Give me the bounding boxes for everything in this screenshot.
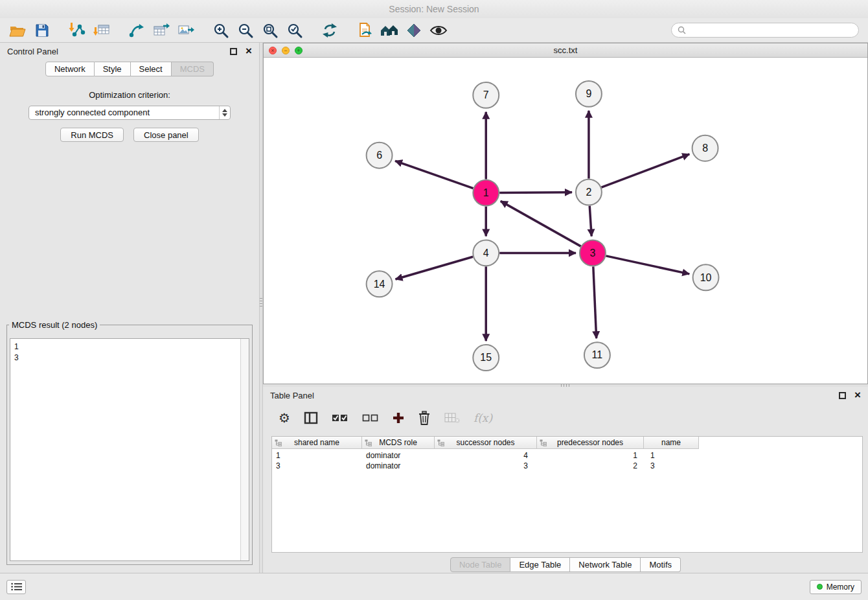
network-canvas[interactable]: 7968124314101511	[264, 58, 867, 384]
select-all-button[interactable]	[332, 413, 348, 423]
task-history-button[interactable]	[6, 580, 26, 594]
zoom-fit-button[interactable]	[258, 20, 282, 41]
graph-edge-1-2[interactable]	[499, 192, 572, 193]
zoom-selected-icon	[286, 22, 303, 39]
graph-node-label: 10	[700, 272, 712, 283]
graph-node-15[interactable]: 15	[473, 345, 499, 371]
tab-motifs[interactable]: Motifs	[641, 557, 681, 572]
table-settings-button[interactable]: ⚙	[279, 411, 290, 424]
save-session-button[interactable]	[30, 20, 54, 41]
zoom-in-button[interactable]	[209, 20, 233, 41]
network-view-window: × − + scc.txt 7968124314101511	[263, 43, 868, 384]
import-network-button[interactable]	[65, 20, 89, 41]
export-document-button[interactable]	[352, 20, 377, 41]
graph-node-8[interactable]: 8	[692, 135, 718, 161]
show-graphics-button[interactable]	[426, 20, 451, 41]
apply-style-button[interactable]	[402, 20, 426, 41]
graph-node-label: 7	[483, 89, 489, 100]
column-header-mcds-role[interactable]: MCDS role	[362, 437, 435, 449]
tab-style[interactable]: Style	[95, 62, 131, 76]
column-header-predecessor-nodes[interactable]: predecessor nodes	[537, 437, 644, 449]
network-window-titlebar: × − + scc.txt	[264, 43, 867, 58]
column-label: name	[661, 438, 681, 447]
select-stepper-icon	[219, 106, 230, 119]
graph-edge-2-3[interactable]	[589, 206, 591, 237]
table-panel-header: Table Panel ×	[263, 387, 868, 404]
criterion-select[interactable]: strongly connected component	[29, 106, 231, 120]
graph-node-7[interactable]: 7	[473, 82, 499, 108]
graph-edge-3-10[interactable]	[606, 256, 689, 274]
tab-network-table[interactable]: Network Table	[570, 557, 641, 572]
float-panel-icon[interactable]	[839, 392, 846, 399]
run-mcds-button[interactable]: Run MCDS	[60, 128, 124, 142]
export-network-button[interactable]	[124, 20, 149, 41]
graph-node-10[interactable]: 10	[693, 264, 719, 290]
graph-node-label: 1	[483, 187, 489, 198]
column-header-shared-name[interactable]: shared name	[272, 437, 362, 449]
export-image-button[interactable]	[174, 20, 198, 41]
tab-mcds[interactable]: MCDS	[172, 62, 214, 76]
graph-node-label: 6	[376, 150, 382, 161]
graph-node-3[interactable]: 3	[580, 240, 606, 266]
column-sort-icon	[365, 439, 372, 446]
deselect-all-button[interactable]	[362, 413, 379, 423]
refresh-icon	[321, 22, 338, 39]
graph-node-label: 3	[589, 248, 595, 259]
traffic-lights: × − +	[269, 47, 303, 54]
graph-edge-3-1[interactable]	[501, 201, 581, 246]
table-row[interactable]: 1dominator411	[272, 450, 862, 461]
export-table-icon	[153, 22, 170, 39]
column-header-name[interactable]: name	[644, 437, 699, 449]
zoom-selected-button[interactable]	[282, 20, 307, 41]
graph-edge-1-6[interactable]	[395, 161, 473, 188]
graph-edge-3-11[interactable]	[593, 266, 597, 338]
close-window-icon[interactable]: ×	[269, 47, 277, 54]
graph-node-6[interactable]: 6	[367, 143, 393, 168]
float-panel-icon[interactable]	[230, 48, 237, 55]
graph-node-11[interactable]: 11	[584, 342, 610, 368]
add-column-button[interactable]	[393, 412, 404, 424]
graph-edge-2-8[interactable]	[601, 154, 689, 187]
graph-node-14[interactable]: 14	[367, 271, 393, 297]
fx-icon: f(x)	[474, 411, 492, 424]
search-input[interactable]	[689, 25, 852, 35]
tab-network[interactable]: Network	[45, 62, 95, 76]
import-table-button[interactable]	[89, 20, 114, 41]
graph-node-4[interactable]: 4	[473, 240, 499, 266]
unchecked-boxes-icon	[362, 413, 379, 423]
node-table-header: shared name MCDS role	[272, 437, 862, 449]
column-header-successor-nodes[interactable]: successor nodes	[435, 437, 537, 449]
network-graph[interactable]: 7968124314101511	[264, 58, 867, 384]
control-panel-header: Control Panel ×	[0, 43, 259, 60]
toolbar-search[interactable]	[671, 23, 859, 38]
function-builder-button: f(x)	[474, 411, 492, 424]
close-panel-icon[interactable]: ×	[854, 391, 861, 399]
network-window-title: scc.txt	[264, 43, 867, 58]
open-session-button[interactable]	[5, 20, 30, 41]
close-panel-icon[interactable]: ×	[246, 47, 252, 55]
tab-select[interactable]: Select	[131, 62, 172, 76]
export-table-button[interactable]	[149, 20, 174, 41]
network-home-button[interactable]	[377, 20, 402, 41]
close-panel-button[interactable]: Close panel	[133, 128, 199, 142]
plus-icon	[393, 412, 404, 424]
table-cell: 2	[537, 461, 644, 470]
application-window: Session: New Session	[0, 0, 868, 600]
table-toolbar: ⚙	[263, 405, 868, 431]
delete-column-button[interactable]	[418, 411, 431, 425]
maximize-window-icon[interactable]: +	[295, 47, 303, 54]
result-scrollbar[interactable]	[240, 339, 249, 560]
minimize-window-icon[interactable]: −	[282, 47, 290, 54]
show-columns-button[interactable]	[304, 411, 318, 424]
tab-node-table[interactable]: Node Table	[450, 557, 511, 572]
tab-edge-table[interactable]: Edge Table	[510, 557, 570, 572]
graph-edge-4-14[interactable]	[396, 257, 474, 279]
zoom-out-button[interactable]	[233, 20, 258, 41]
memory-button[interactable]: Memory	[810, 580, 862, 594]
graph-node-2[interactable]: 2	[576, 179, 602, 205]
graph-node-9[interactable]: 9	[576, 81, 602, 107]
refresh-view-button[interactable]	[317, 20, 342, 41]
table-row[interactable]: 3dominator323	[272, 461, 862, 471]
column-sort-icon	[437, 439, 444, 446]
graph-node-1[interactable]: 1	[473, 180, 499, 206]
